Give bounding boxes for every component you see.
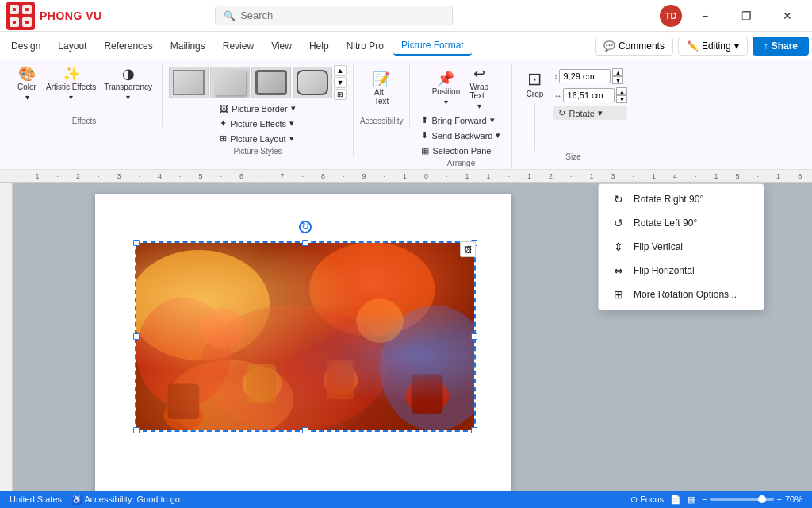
style-thumb-3[interactable]	[251, 67, 291, 98]
menu-review[interactable]: Review	[215, 37, 262, 55]
alt-text-button[interactable]: 📝 AltText	[367, 65, 396, 113]
svg-point-17	[164, 399, 204, 430]
gallery-down-button[interactable]: ▼	[334, 77, 347, 88]
comment-icon: 💬	[603, 40, 615, 52]
svg-point-12	[309, 243, 435, 337]
handle-bottom-right[interactable]	[471, 427, 477, 433]
menu-mailings[interactable]: Mailings	[163, 37, 213, 55]
handle-top-middle[interactable]	[302, 240, 308, 246]
style-thumb-1[interactable]	[169, 67, 209, 98]
crop-button[interactable]: ⊡ Crop	[519, 65, 550, 103]
search-bar[interactable]: 🔍	[215, 6, 453, 25]
menu-nitro[interactable]: Nitro Pro	[339, 37, 392, 55]
menu-picture-format[interactable]: Picture Format	[393, 37, 472, 56]
handle-middle-right[interactable]	[471, 333, 477, 340]
focus-text: Focus	[640, 495, 664, 504]
menu-references[interactable]: References	[96, 37, 160, 55]
comments-button[interactable]: 💬 Comments	[595, 37, 673, 56]
handle-middle-left[interactable]	[133, 333, 140, 340]
flip-horizontal-item[interactable]: ⇔ Flip Horizontal	[599, 259, 764, 283]
chevron-icon2: ▾	[69, 93, 73, 102]
rotate-right-item[interactable]: ↻ Rotate Right 90°	[599, 187, 764, 211]
flip-vertical-item[interactable]: ⇕ Flip Vertical	[599, 235, 764, 259]
menu-layout[interactable]: Layout	[50, 37, 94, 55]
width-up-button[interactable]: ▲	[616, 87, 627, 95]
picture-border-button[interactable]: 🖼 Picture Border ▾	[215, 102, 300, 115]
avatar: TD	[660, 5, 682, 27]
menu-help[interactable]: Help	[301, 37, 337, 55]
handle-bottom-left[interactable]	[133, 427, 140, 433]
handle-bottom-middle[interactable]	[302, 427, 308, 433]
style-thumb-4[interactable]	[293, 67, 332, 98]
height-down-button[interactable]: ▼	[612, 76, 623, 84]
minimize-button[interactable]: −	[687, 3, 723, 29]
color-button[interactable]: 🎨 Color ▾	[13, 65, 41, 103]
height-input[interactable]	[559, 69, 611, 83]
focus-label[interactable]: ⊙ Focus	[630, 495, 664, 505]
zoom-out-button[interactable]: −	[702, 495, 707, 504]
style-thumb-2[interactable]	[210, 67, 250, 98]
menu-design[interactable]: Design	[3, 37, 48, 55]
zoom-level: 70%	[785, 495, 802, 504]
position-button[interactable]: 📌 Position ▾	[429, 70, 464, 108]
share-button[interactable]: ↑ Share	[753, 37, 809, 56]
selection-pane-icon: ▦	[421, 145, 429, 156]
rotate-button[interactable]: ↻ Rotate ▾	[553, 106, 627, 120]
svg-point-19	[243, 367, 282, 402]
gallery-up-button[interactable]: ▲	[334, 65, 347, 76]
pencil-icon: ✏️	[687, 40, 699, 52]
transparency-label: Transparency	[104, 83, 152, 91]
crop-icon: ⊡	[527, 71, 542, 88]
transparency-button[interactable]: ◑ Transparency ▾	[101, 65, 155, 103]
rotate-handle[interactable]	[299, 221, 312, 233]
picture-effects-button[interactable]: ✦ Picture Effects ▾	[215, 117, 300, 130]
chevron-icon: ▾	[25, 93, 29, 102]
editing-label: Editing	[702, 40, 731, 52]
styles-gallery: ▲ ▼ ⊞	[169, 65, 347, 100]
zoom-slider[interactable]	[710, 498, 774, 501]
flip-vertical-label: Flip Vertical	[634, 241, 683, 252]
artistic-effects-button[interactable]: ✨ Artistic Effects ▾	[43, 65, 99, 103]
handle-top-left[interactable]	[133, 240, 140, 246]
chevron-small2: ▾	[289, 118, 294, 129]
horizontal-ruler: ·1·2·3·4·5·6·7·8·9·10·11·12·13·14·15·16	[0, 170, 812, 183]
bring-forward-icon: ⬆	[421, 115, 428, 125]
width-input[interactable]	[563, 88, 615, 102]
more-rotation-icon: ⊞	[611, 288, 626, 301]
picture-styles-label: Picture Styles	[233, 145, 282, 157]
wrap-text-button[interactable]: ↩ WrapText ▾	[465, 65, 493, 112]
send-backward-button[interactable]: ⬇ Send Backward ▾	[416, 129, 505, 142]
close-button[interactable]: ✕	[769, 3, 806, 29]
chevron-small: ▾	[291, 103, 296, 114]
share-icon: ↑	[764, 40, 768, 52]
status-bar: United States ♿ Accessibility: Good to g…	[0, 491, 812, 508]
zoom-in-button[interactable]: +	[777, 495, 782, 504]
gallery-more-button[interactable]: ⊞	[334, 89, 347, 100]
editing-button[interactable]: ✏️ Editing ▾	[678, 37, 748, 56]
rotate-left-icon: ↺	[611, 217, 626, 229]
svg-point-26	[201, 308, 244, 349]
svg-rect-20	[247, 364, 277, 404]
image-container[interactable]: 🖼	[135, 241, 476, 432]
width-down-button[interactable]: ▼	[616, 95, 627, 103]
height-up-button[interactable]: ▲	[612, 68, 623, 76]
selection-pane-button[interactable]: ▦ Selection Pane	[416, 144, 505, 157]
arrange-label: Arrange	[447, 157, 476, 169]
svg-point-15	[168, 360, 294, 430]
bring-forward-button[interactable]: ⬆ Bring Forward ▾	[416, 114, 505, 127]
search-input[interactable]	[240, 10, 431, 21]
color-icon: 🎨	[18, 67, 36, 81]
picture-layout-button[interactable]: ⊞ Picture Layout ▾	[215, 132, 300, 145]
restore-button[interactable]: ❐	[728, 3, 764, 29]
picture-layout-icon: ⊞	[220, 133, 227, 144]
height-spinners: ▲ ▼	[612, 68, 623, 84]
rotate-left-item[interactable]: ↺ Rotate Left 90°	[599, 211, 764, 235]
position-icon: 📌	[437, 71, 454, 86]
flip-horizontal-icon: ⇔	[611, 264, 626, 277]
more-rotation-item[interactable]: ⊞ More Rotation Options...	[599, 283, 764, 306]
svg-rect-7	[13, 21, 16, 24]
effects-group-label: Effects	[72, 115, 96, 127]
ribbon-group-picture-styles: ▲ ▼ ⊞ 🖼 Picture Border ▾ ✦ Picture Effec…	[163, 64, 354, 157]
svg-rect-24	[412, 375, 443, 414]
menu-view[interactable]: View	[263, 37, 300, 55]
